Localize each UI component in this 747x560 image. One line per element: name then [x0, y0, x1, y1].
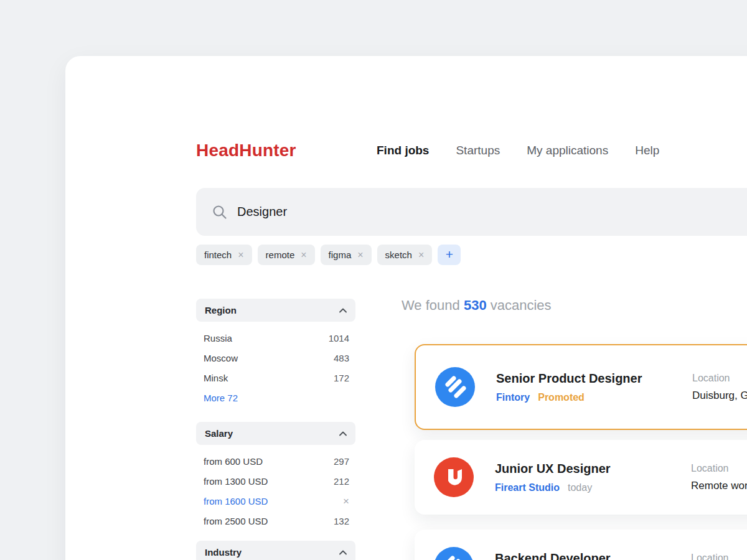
fintory-logo	[435, 367, 475, 407]
app-panel: HeadHunter Find jobs Startups My applica…	[65, 56, 747, 560]
filter-label: from 1300 USD	[204, 476, 268, 487]
fintory-logo	[434, 547, 474, 560]
chevron-up-icon	[339, 550, 347, 555]
filter-section-salary: Salary from 600 USD 297 from 1300 USD 21…	[196, 422, 355, 531]
chevron-up-icon	[339, 431, 347, 436]
chip-remote[interactable]: remote ×	[258, 245, 315, 265]
salary-rows: from 600 USD 297 from 1300 USD 212 from …	[196, 451, 355, 531]
job-card-senior-product-designer[interactable]: Senior Product Designer Fintory Promoted…	[415, 344, 747, 430]
filter-title: Industry	[205, 547, 242, 558]
chip-label: fintech	[204, 250, 232, 260]
salary-header[interactable]: Salary	[196, 422, 355, 445]
job-main: Junior UX Designer Fireart Studio today	[495, 462, 611, 493]
remove-filter-icon[interactable]: ×	[343, 496, 349, 506]
remove-chip-icon[interactable]: ×	[357, 250, 363, 260]
search-input[interactable]	[237, 205, 735, 219]
filter-label: Moscow	[204, 353, 238, 363]
job-main: Backend Developer Fintory 3 days ago	[495, 551, 611, 560]
chevron-up-icon	[339, 308, 347, 313]
region-rows: Russia 1014 Moscow 483 Minsk 172 More 72	[196, 328, 355, 408]
more-link[interactable]: More 72	[204, 393, 238, 403]
plus-icon: +	[446, 247, 453, 262]
job-card-backend-developer[interactable]: Backend Developer Fintory 3 days ago Loc…	[415, 530, 747, 560]
remove-chip-icon[interactable]: ×	[301, 250, 306, 260]
job-location: Location Duisburg, Germany	[692, 373, 747, 402]
filter-count: 297	[334, 456, 349, 467]
filter-row[interactable]: Russia 1014	[196, 328, 355, 348]
region-header[interactable]: Region	[196, 299, 355, 322]
filter-row[interactable]: from 2500 USD 132	[196, 511, 355, 531]
search-icon	[212, 204, 228, 220]
filter-row-selected[interactable]: from 1600 USD ×	[196, 491, 355, 511]
results-headline: We found 530 vacancies	[402, 297, 552, 314]
job-main: Senior Product Designer Fintory Promoted	[496, 371, 642, 403]
nav-find-jobs[interactable]: Find jobs	[377, 144, 429, 157]
nav-help[interactable]: Help	[635, 144, 659, 157]
filter-title: Region	[205, 305, 237, 315]
filter-row[interactable]: from 1300 USD 212	[196, 471, 355, 491]
location-label: Location	[691, 463, 747, 474]
job-card-junior-ux-designer[interactable]: Junior UX Designer Fireart Studio today …	[415, 440, 747, 515]
filter-count: 212	[334, 476, 349, 487]
posted-date: today	[568, 482, 592, 493]
chip-label: sketch	[385, 250, 412, 260]
page: HeadHunter Find jobs Startups My applica…	[0, 0, 747, 560]
filter-row[interactable]: Minsk 172	[196, 368, 355, 388]
location-label: Location	[691, 553, 747, 560]
job-location: Location Remote work	[691, 463, 747, 492]
nav-startups[interactable]: Startups	[456, 144, 500, 157]
filter-chips: fintech × remote × figma × sketch × +	[196, 245, 461, 265]
filter-count: 172	[334, 373, 349, 383]
location-label: Location	[692, 373, 747, 384]
filter-row[interactable]: Moscow 483	[196, 348, 355, 368]
fireart-logo	[434, 457, 474, 497]
chip-fintech[interactable]: fintech ×	[196, 245, 252, 265]
chip-figma[interactable]: figma ×	[321, 245, 372, 265]
filter-count: 1014	[329, 333, 349, 343]
filter-label: from 2500 USD	[204, 516, 268, 526]
nav-my-applications[interactable]: My applications	[527, 144, 608, 157]
location-value: Remote work	[691, 480, 747, 492]
results-count: 530	[464, 297, 487, 313]
main-nav: Find jobs Startups My applications Help	[377, 144, 659, 157]
job-title: Senior Product Designer	[496, 371, 642, 386]
chip-label: remote	[266, 250, 295, 260]
job-location: Location Minsk, Belarus	[691, 553, 747, 560]
company-link[interactable]: Fireart Studio	[495, 482, 560, 493]
chip-label: figma	[329, 250, 352, 260]
filter-row[interactable]: from 600 USD 297	[196, 451, 355, 471]
job-title: Junior UX Designer	[495, 462, 611, 476]
results-suffix: vacancies	[491, 297, 552, 313]
brand-logo: HeadHunter	[196, 141, 296, 161]
filter-section-region: Region Russia 1014 Moscow 483 Minsk 172 …	[196, 299, 355, 408]
job-title: Backend Developer	[495, 551, 611, 560]
job-subrow: Fireart Studio today	[495, 482, 611, 493]
results-prefix: We found	[402, 297, 460, 313]
search-bar[interactable]	[196, 188, 747, 236]
filter-count: 132	[334, 516, 349, 526]
filter-label: from 600 USD	[204, 456, 263, 467]
filter-label: from 1600 USD	[204, 496, 268, 506]
promoted-badge: Promoted	[538, 392, 585, 403]
add-chip-button[interactable]: +	[438, 245, 461, 265]
filter-count: 483	[334, 353, 349, 363]
filter-row-more[interactable]: More 72	[196, 388, 355, 408]
location-value: Duisburg, Germany	[692, 390, 747, 402]
industry-header[interactable]: Industry	[196, 541, 355, 560]
chip-sketch[interactable]: sketch ×	[377, 245, 433, 265]
job-subrow: Fintory Promoted	[496, 392, 642, 403]
remove-chip-icon[interactable]: ×	[418, 250, 424, 260]
filter-section-industry: Industry Sales 146 920 IT, Telecom × Man…	[196, 541, 355, 560]
company-link[interactable]: Fintory	[496, 392, 530, 403]
filter-label: Russia	[204, 333, 232, 343]
filter-title: Salary	[205, 428, 233, 439]
filter-label: Minsk	[204, 373, 228, 383]
remove-chip-icon[interactable]: ×	[238, 250, 243, 260]
